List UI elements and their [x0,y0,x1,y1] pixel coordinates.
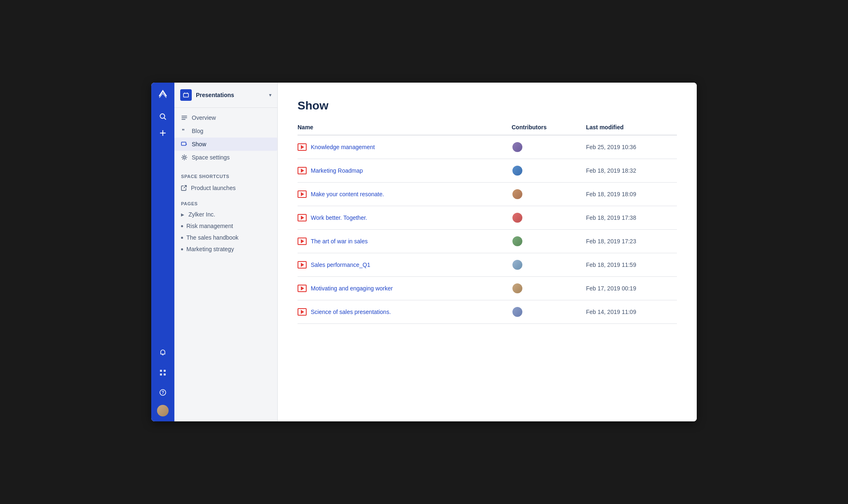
logo[interactable] [156,88,169,101]
col-contributors: Contributors [512,124,586,131]
contributors-cell [512,235,586,247]
row-name-cell: Motivating and engaging worker [298,285,512,292]
row-name-cell: Marketing Roadmap [298,167,512,174]
row-name-cell: Work better. Together. [298,214,512,221]
product-launches-label: Product launches [191,185,236,191]
svg-point-19 [183,157,186,159]
help-icon[interactable]: ? [155,385,170,400]
expand-icon: ▶ [181,212,184,217]
contributors-cell [512,212,586,223]
presentation-icon [298,238,307,245]
row-name-cell: The art of war in sales [298,238,512,245]
avatar [512,235,523,247]
sidebar-item-settings[interactable]: Space settings [174,151,277,164]
date-cell: Feb 18, 2019 18:32 [586,167,677,174]
date-cell: Feb 18, 2019 11:59 [586,262,677,268]
table-row: Work better. Together. Feb 18, 2019 17:3… [298,206,677,230]
external-link-icon [181,185,187,191]
page-zylker-label: Zylker Inc. [188,211,215,218]
svg-rect-8 [164,373,166,376]
table-row: Knowledge management Feb 25, 2019 10:36 [298,136,677,159]
row-link[interactable]: Marketing Roadmap [311,167,363,174]
play-icon [301,310,304,314]
sidebar: Presentations ▾ Overview " Blog [174,83,278,421]
svg-rect-18 [181,142,186,145]
bullet-icon [181,248,183,250]
contributors-cell [512,259,586,271]
row-name-cell: Sales performance_Q1 [298,261,512,269]
date-cell: Feb 18, 2019 18:09 [586,191,677,197]
svg-point-0 [160,114,165,119]
blog-label: Blog [192,128,203,134]
row-link[interactable]: Science of sales presentations. [311,309,391,315]
contributors-cell [512,141,586,153]
table-row: Marketing Roadmap Feb 18, 2019 18:32 [298,159,677,183]
contributors-cell [512,283,586,294]
page-risk-label: Risk management [186,223,233,229]
play-icon [301,145,304,149]
sidebar-item-show[interactable]: Show [174,138,277,151]
presentation-icon [298,190,307,198]
show-label: Show [192,141,206,147]
date-cell: Feb 18, 2019 17:38 [586,214,677,221]
space-header[interactable]: Presentations ▾ [174,83,277,108]
row-link[interactable]: Knowledge management [311,144,375,150]
date-cell: Feb 18, 2019 17:23 [586,238,677,245]
apps-icon[interactable] [155,365,170,380]
row-link[interactable]: The art of war in sales [311,238,368,245]
search-icon[interactable] [155,109,170,124]
sidebar-item-overview[interactable]: Overview [174,111,277,124]
sidebar-page-risk[interactable]: Risk management [174,220,277,232]
quote-icon: " [181,128,188,134]
avatar [512,212,523,223]
page-title: Show [298,99,677,112]
chevron-down-icon: ▾ [269,92,272,98]
nav-bar: ? [151,83,174,421]
contributors-cell [512,188,586,200]
sidebar-page-marketing[interactable]: Marketing strategy [174,243,277,255]
play-icon [301,216,304,220]
space-icon [180,89,192,101]
presentation-icon [298,167,307,174]
notifications-icon[interactable] [155,345,170,360]
main-content: Show Name Contributors Last modified Kno… [278,83,697,421]
space-name: Presentations [196,92,265,98]
svg-line-1 [164,118,166,120]
col-modified: Last modified [586,124,677,131]
add-icon[interactable] [155,126,170,140]
table-row: Make your content resonate. Feb 18, 2019… [298,183,677,206]
col-name: Name [298,124,512,131]
sidebar-item-blog[interactable]: " Blog [174,124,277,138]
row-link[interactable]: Sales performance_Q1 [311,262,370,268]
sidebar-shortcut-product-launches[interactable]: Product launches [174,181,277,195]
user-avatar[interactable] [157,405,169,416]
sidebar-page-zylker[interactable]: ▶ Zylker Inc. [174,209,277,220]
play-icon [301,239,304,243]
shortcuts-title: SPACE SHORTCUTS [174,167,277,181]
svg-rect-11 [183,93,188,97]
avatar [512,141,523,153]
svg-rect-6 [164,370,166,372]
row-link[interactable]: Make your content resonate. [311,191,384,197]
date-cell: Feb 14, 2019 11:09 [586,309,677,315]
pages-title: PAGES [174,195,277,209]
overview-label: Overview [192,114,216,121]
play-icon [301,263,304,267]
avatar [512,165,523,176]
contributors-cell [512,165,586,176]
page-sales-handbook-label: The sales handbook [186,234,238,241]
play-icon [301,286,304,290]
table-row: Motivating and engaging worker Feb 17, 2… [298,277,677,300]
avatar [512,259,523,271]
table-rows: Knowledge management Feb 25, 2019 10:36 … [298,136,677,324]
row-name-cell: Knowledge management [298,143,512,151]
row-link[interactable]: Work better. Together. [311,214,367,221]
table-header: Name Contributors Last modified [298,124,677,136]
sidebar-page-sales-handbook[interactable]: The sales handbook [174,232,277,243]
bullet-icon [181,225,183,227]
avatar [512,306,523,318]
presentation-icon [298,261,307,269]
row-link[interactable]: Motivating and engaging worker [311,285,393,292]
avatar [512,188,523,200]
table-row: Science of sales presentations. Feb 14, … [298,300,677,324]
